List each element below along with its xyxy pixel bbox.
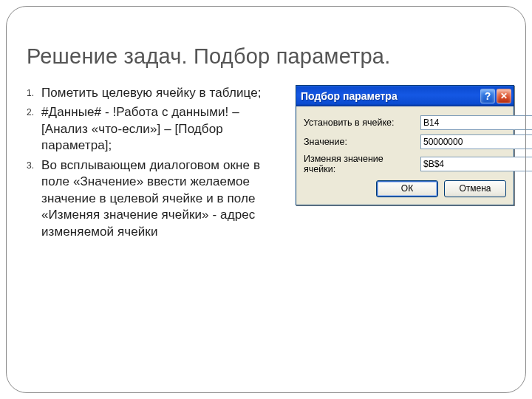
list-item: Пометить целевую ячейку в таблице; xyxy=(27,85,284,101)
cancel-button[interactable]: Отмена xyxy=(444,180,506,197)
changing-cell-input[interactable] xyxy=(420,157,532,171)
list-item: Во всплывающем диалоговом окне в поле «З… xyxy=(27,157,284,240)
help-icon: ? xyxy=(485,90,491,102)
dialog-body: Установить в ячейке: Значени xyxy=(296,106,514,205)
ok-button[interactable]: ОК xyxy=(376,180,438,197)
dialog-titlebar[interactable]: Подбор параметра ? ✕ xyxy=(296,86,514,106)
dialog-buttons: ОК Отмена xyxy=(304,180,506,197)
value-row: Значение: xyxy=(304,134,506,149)
dialog-title: Подбор параметра xyxy=(301,90,479,102)
goal-seek-dialog: Подбор параметра ? ✕ Установить в ячейке… xyxy=(296,85,514,205)
set-cell-input[interactable] xyxy=(420,115,532,130)
set-cell-row: Установить в ячейке: xyxy=(304,115,506,130)
page-title: Решение задач. Подбор параметра. xyxy=(27,44,505,69)
instruction-list: Пометить целевую ячейку в таблице; #Данн… xyxy=(27,85,284,240)
columns: Пометить целевую ячейку в таблице; #Данн… xyxy=(27,85,505,243)
close-icon: ✕ xyxy=(500,91,508,101)
list-item: #Данные# - !Работа с данными! – [Анализ … xyxy=(27,104,284,154)
slide-content: Решение задач. Подбор параметра. Пометит… xyxy=(0,0,532,258)
changing-cell-row: Изменяя значение ячейки: xyxy=(304,154,506,174)
changing-cell-label: Изменяя значение ячейки: xyxy=(304,154,417,174)
close-button[interactable]: ✕ xyxy=(497,89,511,103)
instructions-column: Пометить целевую ячейку в таблице; #Данн… xyxy=(27,85,284,243)
set-cell-label: Установить в ячейке: xyxy=(304,117,417,128)
dialog-column: Подбор параметра ? ✕ Установить в ячейке… xyxy=(296,85,514,243)
help-button[interactable]: ? xyxy=(480,89,495,103)
value-input[interactable] xyxy=(420,134,532,149)
value-label: Значение: xyxy=(304,137,417,147)
